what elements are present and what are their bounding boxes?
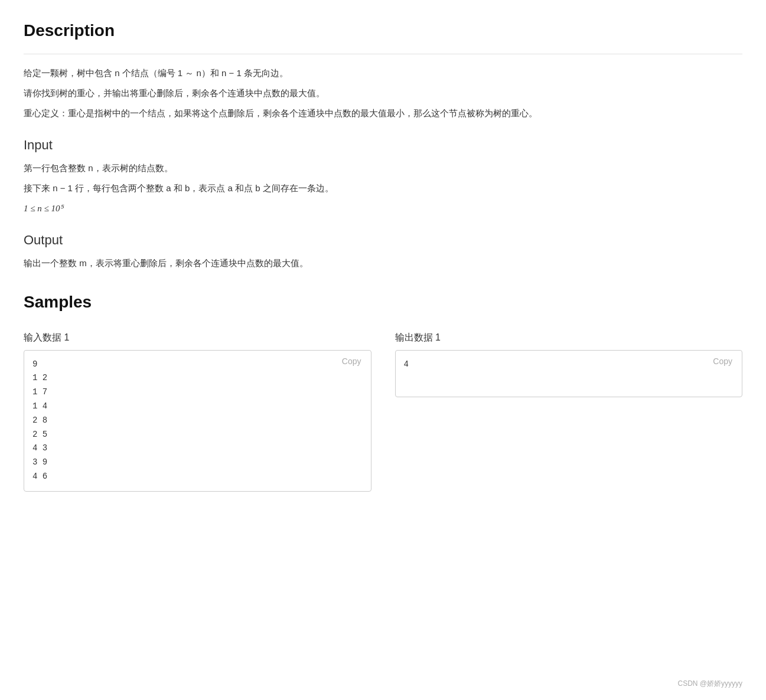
input-sample-label: 输入数据 1 xyxy=(24,330,371,345)
output-sample-box: Copy 4 xyxy=(395,350,743,397)
input-para-2: 接下来 n − 1 行，每行包含两个整数 a 和 b，表示点 a 和点 b 之间… xyxy=(24,181,742,195)
description-divider xyxy=(24,54,742,54)
output-copy-button[interactable]: Copy xyxy=(709,355,736,367)
desc-para-3: 重心定义：重心是指树中的一个结点，如果将这个点删除后，剩余各个连通块中点数的最大… xyxy=(24,106,742,120)
watermark: CSDN @娇娇yyyyyy xyxy=(677,678,742,689)
desc-para-2: 请你找到树的重心，并输出将重心删除后，剩余各个连通块中点数的最大值。 xyxy=(24,86,742,100)
samples-grid: 输入数据 1 Copy 9 1 2 1 7 1 4 2 8 2 5 4 3 3 … xyxy=(24,330,742,492)
samples-title: Samples xyxy=(24,289,742,316)
input-constraint: 1 ≤ n ≤ 10⁵ xyxy=(24,201,742,215)
input-sample-block: 输入数据 1 Copy 9 1 2 1 7 1 4 2 8 2 5 4 3 3 … xyxy=(24,330,371,492)
input-copy-button[interactable]: Copy xyxy=(338,355,365,367)
output-sample-content: 4 xyxy=(404,358,734,372)
samples-section: Samples 输入数据 1 Copy 9 1 2 1 7 1 4 2 8 2 … xyxy=(24,289,742,492)
output-title: Output xyxy=(24,230,742,250)
input-para-1: 第一行包含整数 n，表示树的结点数。 xyxy=(24,161,742,175)
description-title: Description xyxy=(24,18,742,44)
output-para: 输出一个整数 m，表示将重心删除后，剩余各个连通块中点数的最大值。 xyxy=(24,256,742,270)
output-sample-block: 输出数据 1 Copy 4 xyxy=(395,330,743,397)
output-sample-label: 输出数据 1 xyxy=(395,330,743,345)
input-title: Input xyxy=(24,135,742,155)
input-sample-content: 9 1 2 1 7 1 4 2 8 2 5 4 3 3 9 4 6 xyxy=(32,358,363,484)
input-sample-box: Copy 9 1 2 1 7 1 4 2 8 2 5 4 3 3 9 4 6 xyxy=(24,350,371,492)
desc-para-1: 给定一颗树，树中包含 n 个结点（编号 1 ～ n）和 n − 1 条无向边。 xyxy=(24,66,742,80)
